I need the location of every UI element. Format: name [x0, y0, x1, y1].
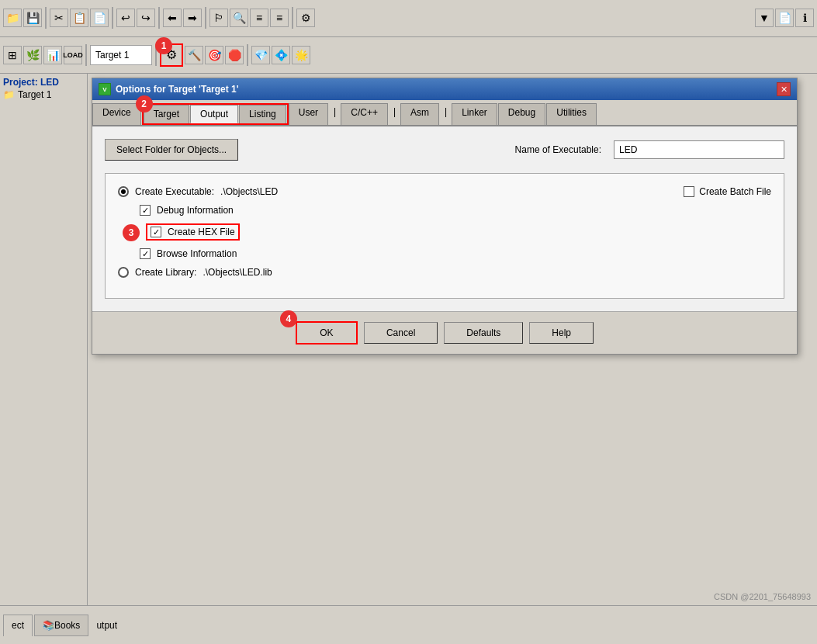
- create-library-radio[interactable]: [118, 267, 129, 278]
- options-dialog: V Options for Target 'Target 1' ✕ Device…: [92, 78, 798, 355]
- tb-undo-btn[interactable]: ↩: [116, 9, 135, 27]
- tb-build-btn[interactable]: 🔨: [185, 46, 203, 64]
- tab-device-label: Device: [102, 107, 131, 118]
- tab-target-output-group: Target Output Listing: [142, 103, 289, 125]
- tb-indent2-btn[interactable]: ≡: [270, 9, 289, 27]
- create-batch-label: Create Batch File: [699, 186, 771, 197]
- hex-highlighted-wrapper: Create HEX File: [146, 223, 240, 241]
- tb-sep3: [158, 7, 160, 29]
- tb-next-btn[interactable]: ➡: [183, 9, 202, 27]
- tb-find-btn[interactable]: 🔍: [230, 9, 248, 27]
- tab-bar: Device 2 Target Output Listing User | C/…: [92, 100, 797, 126]
- debug-info-checkbox[interactable]: [140, 205, 151, 216]
- defaults-button[interactable]: Defaults: [444, 322, 523, 344]
- step-badge-2: 2: [136, 95, 153, 113]
- tab-linker[interactable]: Linker: [452, 103, 497, 125]
- step-badge-3: 3: [123, 224, 140, 241]
- step-badge-4: 4: [280, 310, 297, 327]
- tb-flash-btn[interactable]: 💠: [272, 46, 290, 64]
- debug-info-row: Debug Information: [118, 205, 771, 216]
- tb-debug-btn[interactable]: 💎: [251, 46, 270, 64]
- create-batch-checkbox[interactable]: [684, 186, 694, 197]
- browse-info-checkbox[interactable]: [140, 248, 151, 259]
- dialog-overlay: V Options for Target 'Target 1' ✕ Device…: [88, 74, 817, 605]
- output-label: utput: [90, 617, 123, 634]
- tab-utilities[interactable]: Utilities: [546, 103, 597, 125]
- select-folder-button[interactable]: Select Folder for Objects...: [105, 139, 238, 161]
- tb-sep6: [85, 44, 87, 66]
- tb-star-btn[interactable]: 🌟: [292, 46, 310, 64]
- watermark: CSDN @2201_75648993: [714, 592, 811, 601]
- ok-button[interactable]: OK: [296, 321, 358, 345]
- sidebar-target-label: Target 1: [18, 89, 51, 100]
- tab-asm[interactable]: Asm: [400, 103, 439, 125]
- tab-cpp[interactable]: C/C++: [341, 103, 388, 125]
- tb-rebuild-btn[interactable]: 🎯: [205, 46, 223, 64]
- bottom-tab-ect-label: ect: [12, 620, 24, 631]
- tab-device[interactable]: Device: [92, 103, 141, 125]
- toolbar: 📁 💾 ✂ 📋 📄 ↩ ↪ ⬅ ➡ 🏳 🔍 ≡ ≡ ⚙ ▼ 📄 ℹ ⊞ 🌿 📊 …: [0, 0, 817, 74]
- dialog-close-button[interactable]: ✕: [777, 82, 791, 96]
- exe-name-input[interactable]: LED: [614, 140, 784, 159]
- sidebar-item-target[interactable]: 📁 Target 1: [3, 88, 84, 102]
- tb-copy-btn[interactable]: 📋: [70, 9, 88, 27]
- dialog-title: V Options for Target 'Target 1': [99, 83, 239, 96]
- cancel-button[interactable]: Cancel: [364, 322, 438, 344]
- tb-save-btn[interactable]: 💾: [23, 9, 42, 27]
- create-executable-label: Create Executable:: [135, 186, 214, 197]
- tb-paste-btn[interactable]: 📄: [90, 9, 109, 27]
- tb-info-btn[interactable]: ℹ: [795, 9, 814, 27]
- bottom-tab-books-label: Books: [54, 620, 80, 631]
- browse-info-row: Browse Information: [118, 248, 771, 259]
- create-executable-row: Create Executable: .\Objects\LED: [118, 186, 771, 197]
- options-btn-wrapper: 1 ⚙: [160, 43, 183, 67]
- bottom-tab-books[interactable]: 📚 Books: [34, 615, 88, 636]
- tb-prev-btn[interactable]: ⬅: [163, 9, 182, 27]
- tab-separator3: |: [440, 103, 452, 125]
- create-hex-checkbox[interactable]: [151, 227, 161, 237]
- project-title: Project: LED: [3, 77, 84, 88]
- dialog-top-row: Select Folder for Objects... Name of Exe…: [105, 139, 784, 161]
- target-label-text: Target 1: [95, 50, 129, 61]
- step-badge-1: 1: [155, 37, 172, 54]
- load-btn-wrapper: LOAD: [64, 46, 82, 64]
- tab-debug[interactable]: Debug: [498, 103, 545, 125]
- tb-flag-btn[interactable]: 🏳: [209, 9, 228, 27]
- tb-run-btn[interactable]: 🌿: [23, 46, 42, 64]
- browse-info-label: Browse Information: [157, 248, 237, 259]
- tb-cut-btn[interactable]: ✂: [50, 9, 68, 27]
- tb-load-btn[interactable]: LOAD: [64, 46, 82, 64]
- target-label-input[interactable]: Target 1: [90, 45, 152, 65]
- tab-target-wrapper: 2 Target Output Listing: [142, 103, 289, 125]
- tb-indent-btn[interactable]: ≡: [250, 9, 268, 27]
- tb-redo-btn[interactable]: ↪: [137, 9, 155, 27]
- tb-dropdown-btn[interactable]: ▼: [755, 9, 774, 27]
- tb-gear-btn[interactable]: ⚙: [296, 9, 315, 27]
- tb-grid-btn[interactable]: ⊞: [3, 46, 22, 64]
- tb-chart-btn[interactable]: 📊: [43, 46, 62, 64]
- tab-user[interactable]: User: [289, 103, 328, 125]
- bottom-tabs: ect 📚 Books utput: [0, 605, 817, 644]
- tb-sep1: [45, 7, 47, 29]
- dialog-footer: 4 OK Cancel Defaults Help: [92, 311, 797, 354]
- bottom-tab-ect[interactable]: ect: [3, 615, 33, 636]
- sidebar: Project: LED 📁 Target 1: [0, 74, 88, 605]
- create-executable-radio[interactable]: [118, 186, 129, 197]
- create-library-row: Create Library: .\Objects\LED.lib: [118, 267, 771, 278]
- tb-open-btn[interactable]: 📁: [3, 9, 22, 27]
- tb-sep5: [292, 7, 293, 29]
- tab-listing[interactable]: Listing: [239, 105, 286, 123]
- tb-stop-btn[interactable]: 🛑: [225, 46, 244, 64]
- tb-doc-btn[interactable]: 📄: [775, 9, 794, 27]
- create-hex-row: 3 Create HEX File: [118, 223, 771, 241]
- logo-icon: V: [99, 83, 111, 95]
- dialog-body: Select Folder for Objects... Name of Exe…: [92, 126, 797, 311]
- help-button[interactable]: Help: [529, 322, 594, 344]
- create-batch-row: Create Batch File: [684, 186, 771, 197]
- tab-output[interactable]: Output: [190, 105, 238, 123]
- content-box: Create Batch File Create Executable: .\O…: [105, 173, 784, 299]
- dialog-title-text: Options for Target 'Target 1': [116, 84, 239, 95]
- tb-sep2: [112, 7, 113, 29]
- tb-sep4: [205, 7, 206, 29]
- create-library-label: Create Library:: [135, 267, 196, 278]
